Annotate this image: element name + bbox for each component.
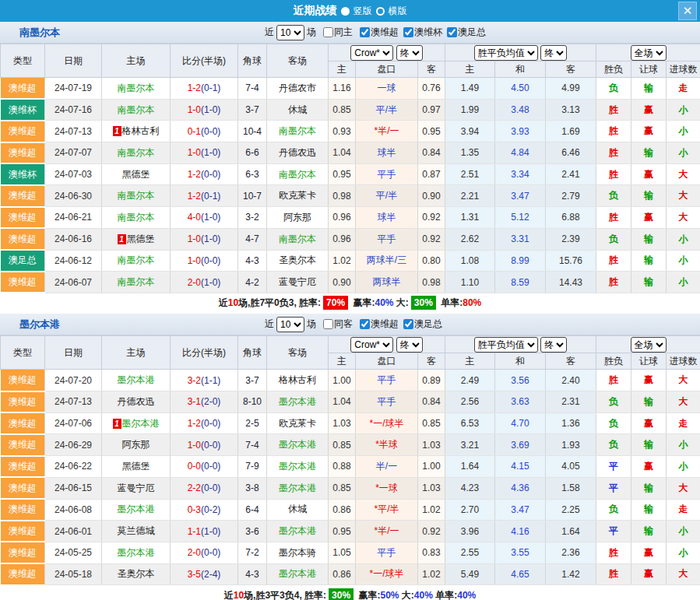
games-unit-label: 场: [307, 26, 316, 39]
cell-corner: 7-9: [238, 456, 267, 478]
cell-date: 24-05-18: [45, 563, 102, 585]
games-count-select[interactable]: 10: [276, 317, 304, 332]
same-side-checkbox[interactable]: [323, 27, 333, 37]
cell-crow-away: 0.98: [418, 272, 445, 293]
odds-time-select[interactable]: 终: [396, 337, 423, 353]
table-row: 澳维超24-07-131格林古利0-1(0-0)10-4南墨尔本0.93*半/一…: [1, 121, 700, 142]
cell-score: 1-2(0-1): [171, 185, 238, 207]
matches-table: 类型 日期 主场 比分(半场) 角球 客场 Crow* 终 胜平负均值 终 全场: [0, 335, 700, 585]
wdl-avg-select[interactable]: 胜平负均值: [474, 337, 538, 353]
cell-odds-home: 1.35: [445, 142, 495, 164]
cell-odds-home: 3.94: [445, 121, 495, 142]
summary-text: 10: [228, 297, 238, 308]
radio-vertical-icon[interactable]: [341, 7, 350, 16]
cell-crow-away: 0.97: [418, 99, 445, 121]
cell-result-wdl: 负: [596, 412, 631, 434]
cell-home-team: 莫兰德城: [102, 521, 171, 542]
league-filter[interactable]: 澳维杯: [403, 26, 442, 39]
scope-select[interactable]: 全场: [631, 45, 667, 61]
cell-away-team: 南墨尔本: [267, 228, 329, 250]
cell-corner: 3-2: [238, 207, 267, 229]
cell-home-team: 黑德堡: [102, 163, 171, 185]
cell-crow-home: 0.98: [329, 185, 356, 207]
cell-crow-away: 0.92: [418, 521, 445, 542]
radio-vertical-label[interactable]: 竖版: [354, 5, 372, 18]
cell-result-handicap: 输: [631, 272, 667, 293]
odds-company-select[interactable]: Crow*: [350, 45, 393, 61]
odds-time-select[interactable]: 终: [396, 45, 423, 61]
cell-crow-home: 0.85: [329, 434, 356, 456]
cell-odds-draw: 3.93: [495, 121, 546, 142]
cell-league-badge: 澳维超: [1, 542, 45, 563]
wdl-avg-select[interactable]: 胜平负均值: [474, 45, 538, 61]
cell-handicap: 两球半: [356, 272, 418, 293]
cell-result-handicap: 输: [631, 434, 667, 456]
col-result-wdl: 胜负: [596, 61, 631, 78]
cell-home-team: 南墨尔本: [102, 99, 171, 121]
league-filter[interactable]: 澳维超: [360, 318, 399, 331]
cell-crow-home: 0.90: [329, 272, 356, 293]
col-handicap: 盘口: [356, 353, 418, 370]
cell-date: 24-07-20: [45, 370, 102, 391]
radio-horizontal-icon[interactable]: [376, 7, 385, 16]
cell-result-goals: 走: [667, 499, 700, 521]
cell-away-team: 欧克莱卡: [267, 412, 329, 434]
league-filter[interactable]: 澳足总: [403, 318, 442, 331]
same-side-checkbox[interactable]: [323, 319, 333, 329]
cell-odds-draw: 3.47: [495, 185, 546, 207]
cell-league-badge: 澳维超: [1, 499, 45, 521]
cell-result-handicap: 输: [631, 142, 667, 164]
league-checkbox[interactable]: [403, 27, 413, 37]
col-handicap: 盘口: [356, 61, 418, 78]
cell-odds-home: 2.55: [445, 542, 495, 563]
table-row: 澳维超24-06-29阿东那1-0(0-0)7-4墨尔本港0.85*半球1.03…: [1, 434, 700, 456]
cell-corner: 3-8: [238, 477, 267, 499]
games-count-select[interactable]: 10: [276, 25, 304, 40]
close-button[interactable]: ✕: [678, 2, 697, 20]
cell-odds-draw: 8.59: [495, 272, 546, 293]
wdl-time-select[interactable]: 终: [540, 45, 567, 61]
league-checkbox[interactable]: [360, 319, 370, 329]
cell-result-wdl: 胜: [596, 121, 631, 142]
cell-handicap: 一球: [356, 78, 418, 100]
cell-home-team: 南墨尔本: [102, 207, 171, 229]
cell-result-wdl: 负: [596, 228, 631, 250]
league-filter[interactable]: 澳足总: [447, 26, 486, 39]
table-row: 澳维超24-06-21南墨尔本4-0(1-0)3-2阿东那0.96球半0.921…: [1, 207, 700, 229]
cell-odds-home: 3.21: [445, 434, 495, 456]
cell-result-goals: 小: [667, 228, 700, 250]
cell-crow-away: 0.92: [418, 228, 445, 250]
same-side-filter[interactable]: 同客: [323, 318, 353, 331]
cell-crow-away: 1.03: [418, 477, 445, 499]
cell-league-badge: 澳维超: [1, 272, 45, 293]
cell-score: 1-0(1-0): [171, 228, 238, 250]
cell-crow-home: 0.95: [329, 521, 356, 542]
summary-text: 近: [219, 297, 228, 308]
cell-odds-home: 4.23: [445, 477, 495, 499]
cell-away-team: 阿东那: [267, 207, 329, 229]
league-filter[interactable]: 澳维超: [360, 26, 399, 39]
cell-result-goals: 大: [667, 563, 700, 585]
league-checkbox[interactable]: [403, 319, 413, 329]
league-checkbox[interactable]: [447, 27, 457, 37]
radio-horizontal-label[interactable]: 横版: [389, 5, 407, 18]
cell-crow-home: 0.96: [329, 228, 356, 250]
team-section: 南墨尔本 近 10 场 同主 澳维超澳维杯澳足总 类型 日期 主场 比分(半场)…: [0, 22, 700, 314]
league-checkbox[interactable]: [360, 27, 370, 37]
cell-crow-away: 0.80: [418, 250, 445, 272]
cell-date: 24-07-13: [45, 121, 102, 142]
scope-select[interactable]: 全场: [631, 337, 667, 353]
cell-date: 24-06-07: [45, 272, 102, 293]
cell-corner: 6-3: [238, 163, 267, 185]
wdl-time-select[interactable]: 终: [540, 337, 567, 353]
cell-odds-home: 6.53: [445, 412, 495, 434]
odds-company-select[interactable]: Crow*: [350, 337, 393, 353]
same-side-filter[interactable]: 同主: [323, 26, 353, 39]
cell-score: 0-3(0-2): [171, 499, 238, 521]
cell-odds-away: 15.76: [546, 250, 596, 272]
col-away: 客场: [267, 44, 329, 78]
cell-odds-draw: 3.31: [495, 228, 546, 250]
summary-text: 大:: [394, 297, 409, 308]
cell-home-team: 南墨尔本: [102, 78, 171, 100]
cell-away-team: 休城: [267, 99, 329, 121]
